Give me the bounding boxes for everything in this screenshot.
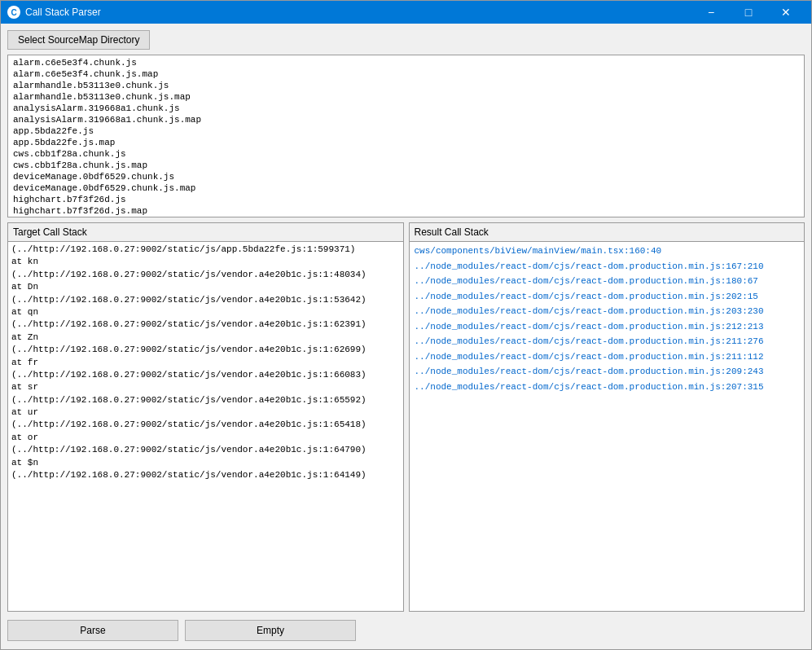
file-item[interactable]: app.5bda22fe.js.map — [11, 137, 801, 148]
file-item[interactable]: alarm.c6e5e3f4.chunk.js.map — [11, 68, 801, 80]
result-call-stack-content[interactable]: cws/components/biView/mainView/main.tsx:… — [410, 242, 805, 611]
file-item[interactable]: app.5bda22fe.js — [11, 125, 801, 137]
window-title: Call Stack Parser — [25, 7, 692, 18]
parse-button[interactable]: Parse — [7, 620, 178, 641]
minimize-button[interactable]: − — [692, 1, 730, 24]
file-item[interactable]: alarm.c6e5e3f4.chunk.js — [11, 57, 801, 68]
close-button[interactable]: ✕ — [767, 1, 805, 24]
select-dir-button[interactable]: Select SourceMap Directory — [7, 30, 150, 50]
result-link[interactable]: ../node_modules/react-dom/cjs/react-dom.… — [413, 364, 801, 380]
target-call-stack-content[interactable]: (../http://192.168.0.27:9002/static/js/a… — [8, 242, 403, 611]
file-list[interactable]: alarm.c6e5e3f4.chunk.jsalarm.c6e5e3f4.ch… — [7, 55, 805, 217]
target-call-stack-text: (../http://192.168.0.27:9002/static/js/a… — [11, 244, 400, 481]
maximize-button[interactable]: □ — [730, 1, 767, 24]
file-item[interactable]: highchart.b7f3f26d.js.map — [11, 205, 801, 217]
file-item[interactable]: deviceManage.0bdf6529.chunk.js.map — [11, 182, 801, 194]
result-link[interactable]: ../node_modules/react-dom/cjs/react-dom.… — [413, 274, 801, 289]
main-window: C Call Stack Parser − □ ✕ Select SourceM… — [0, 0, 812, 650]
file-item[interactable]: analysisAlarm.319668a1.chunk.js.map — [11, 114, 801, 125]
result-panel: Result Call Stack cws/components/biView/… — [409, 222, 805, 612]
result-link[interactable]: ../node_modules/react-dom/cjs/react-dom.… — [413, 259, 801, 274]
file-item[interactable]: highchart.b7f3f26d.js — [11, 194, 801, 205]
result-link[interactable]: ../node_modules/react-dom/cjs/react-dom.… — [413, 304, 801, 319]
file-item[interactable]: analysisAlarm.319668a1.chunk.js — [11, 103, 801, 114]
result-link[interactable]: ../node_modules/react-dom/cjs/react-dom.… — [413, 349, 801, 365]
main-content: Select SourceMap Directory alarm.c6e5e3f… — [1, 24, 811, 649]
title-bar: C Call Stack Parser − □ ✕ — [1, 1, 811, 24]
result-link[interactable]: ../node_modules/react-dom/cjs/react-dom.… — [413, 334, 801, 349]
file-item[interactable]: cws.cbb1f28a.chunk.js.map — [11, 160, 801, 171]
result-link[interactable]: ../node_modules/react-dom/cjs/react-dom.… — [413, 289, 801, 305]
result-link[interactable]: cws/components/biView/mainView/main.tsx:… — [413, 244, 801, 259]
file-item[interactable]: alarmhandle.b53113e0.chunk.js — [11, 80, 801, 91]
target-panel-header: Target Call Stack — [8, 223, 403, 242]
result-link[interactable]: ../node_modules/react-dom/cjs/react-dom.… — [413, 319, 801, 335]
app-icon: C — [7, 6, 20, 19]
target-panel: Target Call Stack (../http://192.168.0.2… — [7, 222, 404, 612]
window-controls: − □ ✕ — [692, 1, 805, 24]
result-link[interactable]: ../node_modules/react-dom/cjs/react-dom.… — [413, 380, 801, 395]
bottom-section: Target Call Stack (../http://192.168.0.2… — [7, 222, 805, 612]
bottom-bar: Parse Empty — [7, 617, 805, 643]
file-item[interactable]: alarmhandle.b53113e0.chunk.js.map — [11, 91, 801, 103]
toolbar: Select SourceMap Directory — [7, 30, 805, 50]
empty-button[interactable]: Empty — [185, 620, 356, 641]
result-panel-header: Result Call Stack — [410, 223, 805, 242]
file-item[interactable]: cws.cbb1f28a.chunk.js — [11, 148, 801, 160]
file-item[interactable]: deviceManage.0bdf6529.chunk.js — [11, 171, 801, 182]
